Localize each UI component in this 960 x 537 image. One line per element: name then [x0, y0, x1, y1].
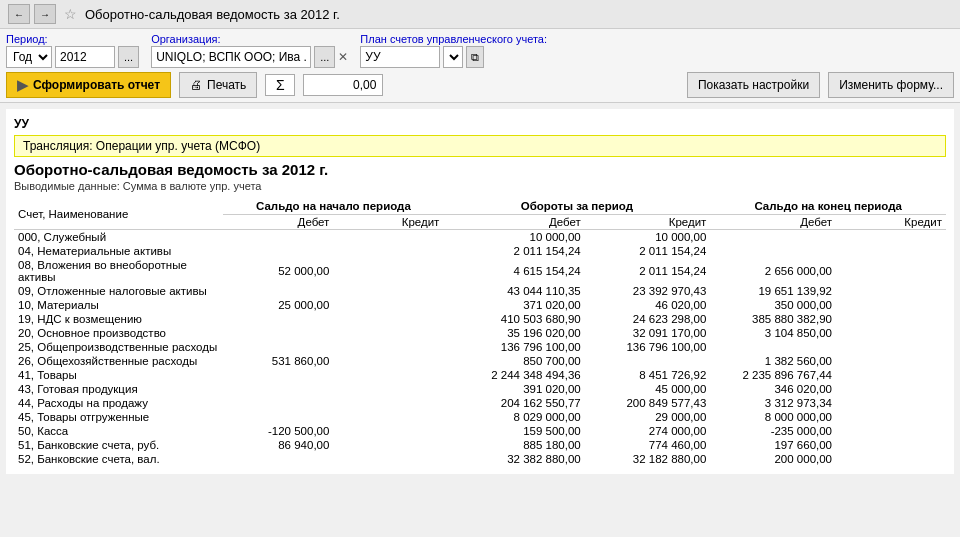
- table-row: 04, Нематериальные активы2 011 154,242 0…: [14, 244, 946, 258]
- period-value-input[interactable]: [55, 46, 115, 68]
- org-picker-button[interactable]: ...: [314, 46, 335, 68]
- org-input[interactable]: [151, 46, 311, 68]
- sum-input[interactable]: [303, 74, 383, 96]
- table-row: 000, Служебный10 000,0010 000,00: [14, 230, 946, 245]
- period-type-select[interactable]: Год: [6, 46, 52, 68]
- table-row: 25, Общепроизводственные расходы136 796 …: [14, 340, 946, 354]
- table-row: 52, Банковские счета, вал.32 382 880,003…: [14, 452, 946, 466]
- table-row: 26, Общехозяйственные расходы531 860,008…: [14, 354, 946, 368]
- org-group: Организация: ... ✕: [151, 33, 348, 68]
- period-group: Период: Год ...: [6, 33, 139, 68]
- filter-row: Период: Год ... Организация: ... ✕ План …: [6, 33, 954, 68]
- plan-copy-button[interactable]: ⧉: [466, 46, 484, 68]
- nav-buttons: ← →: [8, 4, 56, 24]
- col-cb-credit: Кредит: [836, 215, 946, 230]
- translation-banner: Трансляция: Операции упр. учета (МСФО): [14, 135, 946, 157]
- table-row: 09, Отложенные налоговые активы43 044 11…: [14, 284, 946, 298]
- table-row: 08, Вложения во внеоборотные активы52 00…: [14, 258, 946, 284]
- col-t-debit: Дебет: [443, 215, 584, 230]
- print-button[interactable]: 🖨 Печать: [179, 72, 257, 98]
- table-row: 44, Расходы на продажу204 162 550,77200 …: [14, 396, 946, 410]
- table-row: 41, Товары2 244 348 494,368 451 726,922 …: [14, 368, 946, 382]
- title-bar: ← → ☆ Оборотно-сальдовая ведомость за 20…: [0, 0, 960, 29]
- play-icon: ▶: [17, 77, 28, 93]
- org-label: Организация:: [151, 33, 348, 45]
- plan-fields: ⧉: [360, 46, 547, 68]
- plan-group: План счетов управленческого учета: ⧉: [360, 33, 547, 68]
- favorite-icon[interactable]: ☆: [64, 6, 77, 22]
- plan-label: План счетов управленческого учета:: [360, 33, 547, 45]
- back-button[interactable]: ←: [8, 4, 30, 24]
- table-row: 19, НДС к возмещению410 503 680,9024 623…: [14, 312, 946, 326]
- col-closing-balance: Сальдо на конец периода: [710, 198, 946, 215]
- plan-input[interactable]: [360, 46, 440, 68]
- col-opening-balance: Сальдо на начало периода: [223, 198, 443, 215]
- col-t-credit: Кредит: [585, 215, 711, 230]
- settings-button[interactable]: Показать настройки: [687, 72, 820, 98]
- col-ob-debit: Дебет: [223, 215, 333, 230]
- period-fields: Год ...: [6, 46, 139, 68]
- table-row: 10, Материалы25 000,00371 020,0046 020,0…: [14, 298, 946, 312]
- report-content: УУ Трансляция: Операции упр. учета (МСФО…: [6, 109, 954, 474]
- plan-select[interactable]: [443, 46, 463, 68]
- ou-label: УУ: [14, 117, 946, 131]
- change-form-button[interactable]: Изменить форму...: [828, 72, 954, 98]
- report-title: Оборотно-сальдовая ведомость за 2012 г.: [14, 161, 946, 178]
- toolbar: Период: Год ... Организация: ... ✕ План …: [0, 29, 960, 103]
- col-ob-credit: Кредит: [333, 215, 443, 230]
- generate-button[interactable]: ▶ Сформировать отчет: [6, 72, 171, 98]
- org-clear-button[interactable]: ✕: [338, 50, 348, 64]
- report-subtitle: Выводимые данные: Сумма в валюте упр. уч…: [14, 180, 946, 192]
- col-turnover: Обороты за период: [443, 198, 710, 215]
- table-row: 50, Касса-120 500,00159 500,00274 000,00…: [14, 424, 946, 438]
- printer-icon: 🖨: [190, 78, 202, 92]
- sigma-symbol: Σ: [265, 74, 295, 96]
- table-row: 43, Готовая продукция391 020,0045 000,00…: [14, 382, 946, 396]
- action-row: ▶ Сформировать отчет 🖨 Печать Σ Показать…: [6, 72, 954, 98]
- table-row: 45, Товары отгруженные8 029 000,0029 000…: [14, 410, 946, 424]
- window-title: Оборотно-сальдовая ведомость за 2012 г.: [85, 7, 340, 22]
- col-cb-debit: Дебет: [710, 215, 836, 230]
- forward-button[interactable]: →: [34, 4, 56, 24]
- org-fields: ... ✕: [151, 46, 348, 68]
- report-table: Счет, Наименование Сальдо на начало пери…: [14, 198, 946, 466]
- table-row: 20, Основное производство35 196 020,0032…: [14, 326, 946, 340]
- period-label: Период:: [6, 33, 139, 45]
- col-account: Счет, Наименование: [14, 198, 223, 230]
- table-row: 51, Банковские счета, руб.86 940,00885 1…: [14, 438, 946, 452]
- period-picker-button[interactable]: ...: [118, 46, 139, 68]
